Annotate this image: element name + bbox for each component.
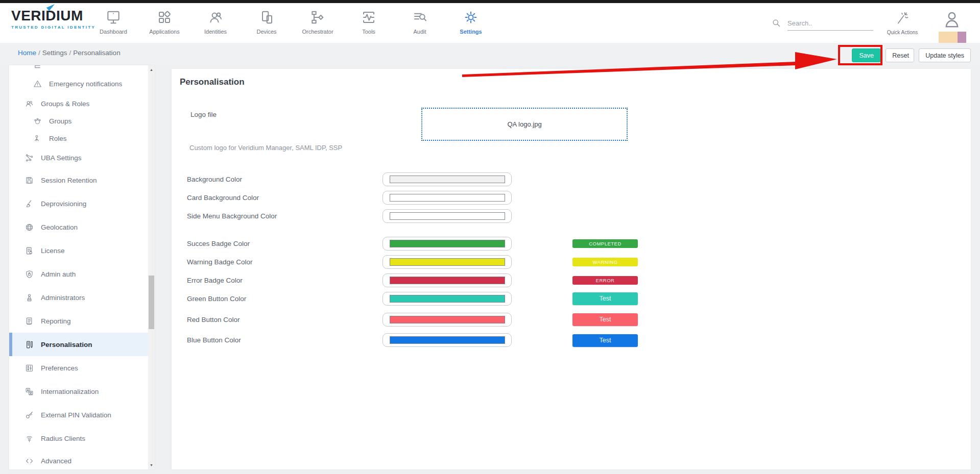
nav-item-orchestrator[interactable]: Orchestrator xyxy=(292,7,343,41)
identities-icon xyxy=(207,9,224,26)
sidebar-item-license[interactable]: License xyxy=(9,239,148,262)
nav-label: Audit xyxy=(413,29,426,35)
color-swatch-input[interactable] xyxy=(383,292,512,306)
nav-item-dashboard[interactable]: Dashboard xyxy=(88,7,139,41)
sidebar-item-clipped[interactable] xyxy=(9,65,148,72)
logo-file-label: Logo file xyxy=(190,111,217,118)
scrollbar-thumb[interactable] xyxy=(149,276,154,329)
color-swatch-input[interactable] xyxy=(383,273,512,287)
color-swatch-fill xyxy=(390,258,505,266)
nav-label: Orchestrator xyxy=(302,29,333,35)
color-swatch-input[interactable] xyxy=(383,209,512,223)
orchestrator-icon xyxy=(309,9,326,26)
search-input[interactable] xyxy=(787,16,873,31)
quick-actions-button[interactable]: Quick Actions xyxy=(885,9,920,35)
sidebar-item-label: Deprovisioning xyxy=(41,200,86,208)
color-swatch-input[interactable] xyxy=(383,313,512,327)
devices-icon xyxy=(258,9,275,26)
veridium-logo[interactable]: VERIDIUM TRUSTED DIGITAL IDENTITY xyxy=(11,8,101,30)
breadcrumb-home[interactable]: Home xyxy=(18,49,36,57)
sidebar-item-internationalization[interactable]: Internationalization xyxy=(9,380,148,403)
nav-label: Tools xyxy=(362,29,375,35)
sidebar-item-radius-clients[interactable]: Radius Clients xyxy=(9,427,148,450)
color-field-row: Red Button Color xyxy=(172,313,971,327)
scrollbar-up-arrow[interactable]: ▲ xyxy=(148,66,155,73)
sidebar-item-administrators[interactable]: Administrators xyxy=(9,286,148,309)
sidebar-scrollbar[interactable]: ▲ ▼ xyxy=(148,65,155,469)
nav-item-devices[interactable]: Devices xyxy=(241,7,292,41)
nav-label: Devices xyxy=(256,29,276,35)
sidebar-item-label: Radius Clients xyxy=(41,435,85,442)
color-field-row: Background Color xyxy=(172,172,971,187)
sidebar-item-label: License xyxy=(41,247,65,255)
nav-item-settings[interactable]: Settings xyxy=(445,7,496,41)
nav-label: Identities xyxy=(204,29,227,35)
sidebar-item-label: Admin auth xyxy=(41,270,76,278)
color-field-row: Side Menu Background Color xyxy=(172,209,971,223)
sidebar-item-emergency-notifications[interactable]: Emergency notifications xyxy=(9,72,148,95)
color-swatch-input[interactable] xyxy=(383,255,512,269)
sidebar-item-label: Internationalization xyxy=(41,388,99,395)
logo-file-dropzone[interactable]: QA logo.jpg xyxy=(421,108,628,141)
nav-item-tools[interactable]: Tools xyxy=(343,7,394,41)
color-swatch-input[interactable] xyxy=(383,172,512,186)
sidebar-item-label: Personalisation xyxy=(41,341,92,348)
breadcrumb-separator: / xyxy=(69,49,71,57)
color-field-row: Blue Button Color xyxy=(172,333,971,347)
nav-item-applications[interactable]: Applications xyxy=(139,7,190,41)
breadcrumb: Home/Settings/Personalisation xyxy=(18,49,123,57)
color-field-row: Error Badge Color xyxy=(172,273,971,288)
sidebar-item-advanced[interactable]: Advanced xyxy=(9,450,148,472)
sidebar-item-groups[interactable]: Groups xyxy=(9,112,148,130)
brand-tagline: TRUSTED DIGITAL IDENTITY xyxy=(11,25,101,30)
sidebar-item-reporting[interactable]: Reporting xyxy=(9,309,148,333)
nav-item-audit[interactable]: Audit xyxy=(394,7,445,41)
user-avatar[interactable] xyxy=(939,8,967,43)
save-button[interactable]: Save xyxy=(852,48,881,62)
page-title: Personalisation xyxy=(180,77,245,87)
sidebar-item-admin-auth[interactable]: Admin auth xyxy=(9,262,148,286)
update-styles-button[interactable]: Update styles xyxy=(919,48,971,62)
sidebar-item-deprovisioning[interactable]: Deprovisioning xyxy=(9,192,148,215)
color-swatch-fill xyxy=(390,240,505,247)
logo-filename: QA logo.jpg xyxy=(507,120,541,128)
dashboard-icon xyxy=(105,9,122,26)
sidebar-item-geolocation[interactable]: Geolocation xyxy=(9,215,148,239)
color-field-label: Card Background Color xyxy=(187,194,259,202)
user-icon xyxy=(943,8,961,31)
scrollbar-down-arrow[interactable]: ▼ xyxy=(148,462,155,468)
breadcrumb-bar: Home/Settings/Personalisation xyxy=(0,43,980,65)
shield-lock-icon xyxy=(25,269,34,279)
person-lock-icon xyxy=(25,293,34,303)
color-swatch-input[interactable] xyxy=(383,237,512,251)
nav-item-identities[interactable]: Identities xyxy=(190,7,241,41)
sidebar-item-preferences[interactable]: Preferences xyxy=(9,356,148,380)
reset-button[interactable]: Reset xyxy=(886,48,914,62)
broom-icon xyxy=(25,199,34,209)
key-icon xyxy=(25,410,34,420)
license-icon xyxy=(25,246,34,256)
sidebar-item-external-pin-validation[interactable]: External PIN Validation xyxy=(9,403,148,427)
share-icon xyxy=(25,153,34,163)
sidebar-item-uba-settings[interactable]: UBA Settings xyxy=(9,147,148,168)
audit-icon xyxy=(412,9,428,26)
floppy-icon xyxy=(25,176,34,185)
test-button-preview[interactable]: Test xyxy=(572,334,638,347)
test-button-preview[interactable]: Test xyxy=(572,313,638,326)
color-swatch-fill xyxy=(390,194,505,202)
sidebar-item-label: Emergency notifications xyxy=(49,80,122,88)
breadcrumb-settings: Settings xyxy=(42,49,67,57)
color-field-label: Green Button Color xyxy=(187,295,246,303)
color-field-label: Succes Badge Color xyxy=(187,240,250,247)
sidebar-item-session-retention[interactable]: Session Retention xyxy=(9,168,148,192)
test-button-preview[interactable]: Test xyxy=(572,292,638,305)
sidebar-item-roles[interactable]: Roles xyxy=(9,130,148,147)
preferences-icon xyxy=(25,363,34,373)
status-badge-preview: WARNING xyxy=(572,258,638,266)
sidebar-item-groups-roles[interactable]: Groups & Roles xyxy=(9,95,148,112)
main-nav: DashboardApplicationsIdentitiesDevicesOr… xyxy=(88,7,496,41)
color-swatch-input[interactable] xyxy=(383,191,512,205)
color-swatch-input[interactable] xyxy=(383,333,512,347)
sidebar-item-personalisation[interactable]: Personalisation xyxy=(9,333,148,356)
color-swatch-fill xyxy=(390,336,505,344)
